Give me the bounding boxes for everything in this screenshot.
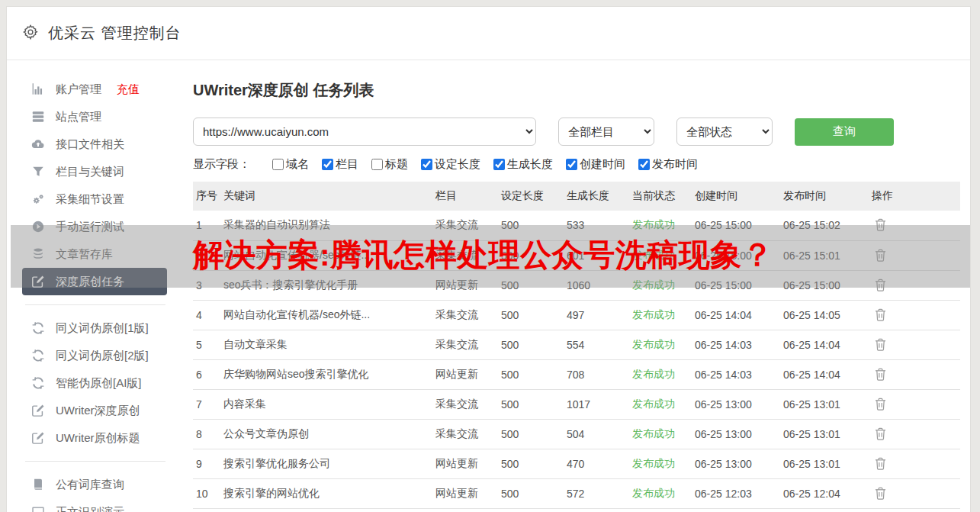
sidebar-item-label: 接口文件相关: [56, 137, 124, 152]
sidebar-item[interactable]: 接口文件相关: [7, 130, 184, 158]
sidebar-item[interactable]: 同义词伪原创[2版]: [7, 342, 184, 369]
cell-actions: [869, 389, 960, 419]
sidebar-item[interactable]: 手动运行测试: [7, 213, 184, 240]
display-field-checkbox[interactable]: [322, 159, 333, 170]
cell-keyword: 搜索引擎的网站优化: [220, 478, 432, 508]
sidebar-item[interactable]: 采集细节设置: [7, 185, 184, 213]
page-title: UWriter深度原创 任务列表: [193, 80, 960, 101]
display-field-option[interactable]: 标题: [371, 157, 408, 172]
trash-icon: [875, 338, 886, 351]
sidebar-item[interactable]: 栏目与关键词: [7, 158, 184, 185]
delete-button[interactable]: [872, 485, 889, 501]
trash-icon: [875, 398, 886, 411]
cell-index: 5: [193, 330, 220, 359]
delete-button[interactable]: [872, 277, 889, 293]
query-button[interactable]: 查询: [795, 118, 894, 146]
cell-generated-length: 1017: [564, 389, 629, 419]
refresh-icon: [31, 376, 45, 390]
sidebar-item[interactable]: 账户管理充值: [7, 76, 184, 103]
sidebar-item-label: UWriter原创标题: [56, 431, 140, 446]
delete-button[interactable]: [872, 217, 889, 233]
delete-button[interactable]: [872, 396, 889, 412]
sidebar-item-label: 栏目与关键词: [56, 165, 124, 179]
column-header: 设定长度: [498, 182, 564, 211]
trash-icon: [875, 427, 886, 440]
sidebar-item[interactable]: 公有词库查询: [7, 471, 184, 498]
sidebar-item[interactable]: UWriter原创标题: [7, 424, 184, 452]
cell-generated-length: 1060: [564, 270, 629, 300]
display-field-label: 标题: [385, 157, 408, 172]
display-field-checkbox[interactable]: [566, 159, 577, 170]
sidebar: 账户管理充值站点管理接口文件相关栏目与关键词采集细节设置手动运行测试文章暂存库深…: [7, 60, 184, 512]
display-field-checkbox[interactable]: [421, 159, 432, 170]
display-field-option[interactable]: 栏目: [322, 157, 358, 172]
gear-icon: [22, 24, 39, 43]
sidebar-item[interactable]: 文章暂存库: [7, 240, 184, 268]
column-header: 栏目: [432, 182, 498, 211]
cell-category: 采集交流: [432, 300, 498, 330]
bar-chart-icon: [31, 82, 45, 96]
display-field-option[interactable]: 创建时间: [566, 157, 625, 172]
column-header: 发布时间: [780, 182, 869, 211]
display-field-option[interactable]: 设定长度: [421, 157, 480, 172]
sidebar-item[interactable]: UWriter深度原创: [7, 397, 184, 424]
trash-icon: [875, 457, 886, 470]
cloud-upload-icon: [31, 137, 45, 151]
database-icon: [31, 247, 45, 261]
display-field-checkbox[interactable]: [638, 159, 650, 170]
delete-button[interactable]: [872, 366, 889, 382]
display-field-checkbox[interactable]: [371, 159, 383, 170]
table-row: 10搜索引擎的网站优化网站更新500572发布成功06-25 12:0306-2…: [193, 478, 960, 508]
table-header: 序号关键词栏目设定长度生成长度当前状态创建时间发布时间操作: [193, 182, 960, 211]
display-field-label: 域名: [286, 157, 309, 172]
delete-button[interactable]: [872, 307, 889, 323]
cell-created-time: 06-25 15:00: [692, 240, 780, 270]
cell-published-time: 06-25 15:02: [780, 211, 869, 240]
cell-created-time: 06-25 13:00: [692, 419, 780, 449]
column-filter-select[interactable]: 全部栏目: [558, 118, 654, 146]
sidebar-item-label: 同义词伪原创[1版]: [56, 321, 149, 336]
cell-status: 发布成功: [629, 478, 692, 508]
cell-published-time: 06-25 14:04: [780, 359, 869, 389]
delete-button[interactable]: [872, 337, 889, 353]
delete-button[interactable]: [872, 426, 889, 442]
sidebar-item-label: 深度原创任务: [56, 275, 124, 289]
cell-index: 6: [193, 359, 220, 389]
sidebar-item[interactable]: 同义词伪原创[1版]: [7, 314, 184, 342]
display-field-checkbox[interactable]: [272, 159, 284, 170]
cell-category: 网站更新: [432, 359, 498, 389]
cell-keyword: 采集器的自动识别算法: [220, 211, 432, 240]
sidebar-item[interactable]: 站点管理: [7, 103, 184, 130]
tasks-table: 序号关键词栏目设定长度生成长度当前状态创建时间发布时间操作 1采集器的自动识别算…: [193, 182, 960, 509]
recharge-badge[interactable]: 充值: [117, 82, 140, 97]
display-field-option[interactable]: 生成长度: [493, 157, 553, 172]
display-fields-row: 显示字段： 域名栏目标题设定长度生成长度创建时间发布时间: [193, 157, 960, 172]
cell-status: 发布成功: [629, 330, 692, 359]
display-field-checkbox[interactable]: [493, 159, 505, 170]
cell-status: 发布成功: [629, 359, 692, 389]
sidebar-item[interactable]: 智能伪原创[AI版]: [7, 369, 184, 397]
sidebar-item-label: UWriter深度原创: [56, 404, 140, 418]
display-field-option[interactable]: 域名: [272, 157, 309, 172]
display-field-label: 生成长度: [507, 157, 553, 172]
table-row: 6庆华购物网站seo搜索引擎优化网站更新500708发布成功06-25 14:0…: [193, 359, 960, 389]
cell-set-length: 500: [498, 478, 564, 508]
site-select[interactable]: https://www.ucaiyun.com: [193, 118, 536, 146]
delete-button[interactable]: [872, 247, 889, 263]
sidebar-item-label: 公有词库查询: [56, 478, 124, 492]
sidebar-item[interactable]: 正文识别演示: [7, 498, 184, 512]
delete-button[interactable]: [872, 456, 889, 472]
top-header: 优采云 管理控制台: [7, 7, 970, 60]
sidebar-item-label: 同义词伪原创[2版]: [56, 349, 149, 363]
edit-icon: [31, 275, 45, 288]
cell-created-time: 06-25 14:03: [692, 330, 780, 359]
cell-actions: [869, 211, 960, 240]
display-field-option[interactable]: 发布时间: [638, 157, 698, 172]
cell-index: 9: [193, 449, 220, 478]
filter-bar: https://www.ucaiyun.com 全部栏目 全部状态 查询: [193, 118, 960, 146]
sidebar-item[interactable]: 深度原创任务: [22, 268, 167, 295]
status-filter-select[interactable]: 全部状态: [676, 118, 773, 146]
cell-status: 发布成功: [629, 300, 692, 330]
sidebar-item-label: 文章暂存库: [56, 247, 113, 262]
cell-status: 发布成功: [629, 389, 692, 419]
